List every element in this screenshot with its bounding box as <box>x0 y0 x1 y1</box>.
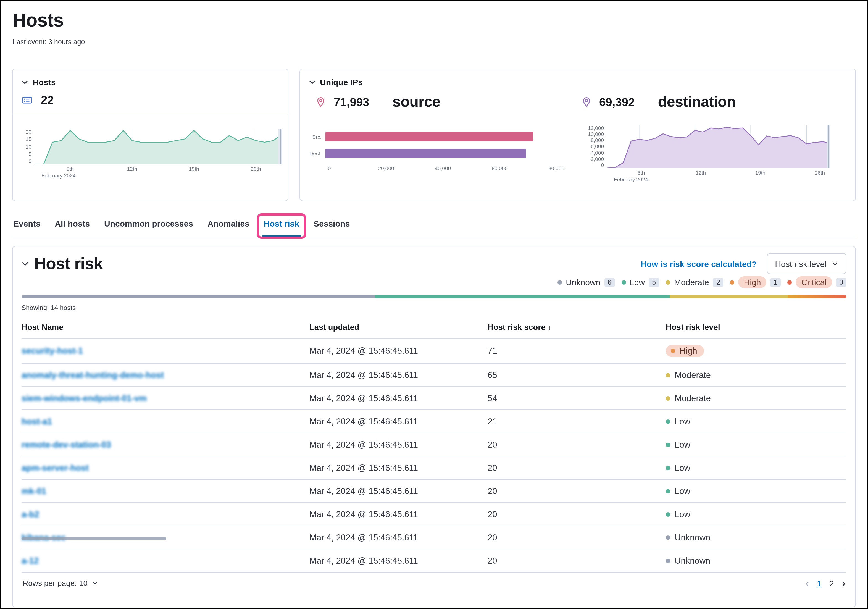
host-name-link[interactable]: remote-dev-station-03 <box>22 440 111 449</box>
host-name-link[interactable]: host-a1 <box>22 417 52 426</box>
risk-score-cell: 54 <box>488 387 666 410</box>
tabs: Events All hosts Uncommon processes Anom… <box>12 217 856 237</box>
host-name-link[interactable]: security-host-1 <box>22 346 83 355</box>
tab-host-risk[interactable]: Host risk <box>263 217 300 237</box>
host-name-link[interactable]: anomaly-threat-hunting-demo-host <box>22 370 164 380</box>
tab-sessions[interactable]: Sessions <box>312 217 351 237</box>
tab-all-hosts[interactable]: All hosts <box>54 217 91 237</box>
risk-level-badge: Low <box>666 510 690 519</box>
last-updated-cell: Mar 4, 2024 @ 15:46:45.611 <box>309 479 488 503</box>
risk-level-badge: Low <box>666 417 690 427</box>
tab-events[interactable]: Events <box>12 217 42 237</box>
host-name-link[interactable]: apm-server-host <box>22 463 89 472</box>
rows-per-page-control[interactable]: Rows per page: 10 <box>23 579 98 587</box>
host-risk-title: Host risk <box>34 254 103 273</box>
ips-bar-chart: Src. Dest. 020,00040,00060,00080,000 <box>307 125 556 182</box>
ips-panel-title: Unique IPs <box>320 77 363 87</box>
chevron-down-icon[interactable] <box>22 79 28 85</box>
risk-level-dot-icon <box>666 373 670 377</box>
horizontal-scrollbar-thumb[interactable] <box>22 537 166 540</box>
pagination: ‹ 1 2 › <box>806 578 845 589</box>
legend-dot-icon <box>621 280 626 284</box>
host-name-link[interactable]: mk-01 <box>22 486 46 496</box>
chevron-down-icon[interactable] <box>22 260 29 267</box>
risk-level-badge: Low <box>666 440 690 450</box>
tab-uncommon-processes[interactable]: Uncommon processes <box>103 217 194 237</box>
risk-level-badge: Low <box>666 463 690 473</box>
risk-level-dot-icon <box>666 420 670 424</box>
sort-descending-icon: ↓ <box>548 323 552 332</box>
last-updated-cell: Mar 4, 2024 @ 15:46:45.611 <box>309 410 488 433</box>
risk-level-badge: Low <box>666 486 690 496</box>
column-header-last-updated: Last updated <box>309 317 488 338</box>
host-name-link[interactable]: siem-windows-endpoint-01-vm <box>22 393 147 403</box>
previous-page-button[interactable]: ‹ <box>806 578 809 589</box>
risk-distribution-segment <box>22 295 375 298</box>
tab-label: Sessions <box>313 219 350 228</box>
last-updated-cell: Mar 4, 2024 @ 15:46:45.611 <box>309 526 488 549</box>
legend-count-badge: 0 <box>836 278 846 287</box>
page-1-button[interactable]: 1 <box>817 578 822 588</box>
tab-anomalies[interactable]: Anomalies <box>206 217 251 237</box>
risk-level-badge: Unknown <box>666 533 710 543</box>
risk-distribution-segment <box>788 295 846 298</box>
risk-level-badge: Unknown <box>666 556 710 566</box>
risk-legend: Unknown 6 Low 5 Moderate 2 High 1 Critic… <box>22 276 846 288</box>
risk-level-dot-icon <box>671 349 675 353</box>
hosts-area-chart: 20151050 5th12th19th26th February 2024 <box>13 115 288 178</box>
risk-level-badge: Moderate <box>666 370 711 380</box>
risk-distribution-segment <box>670 295 788 298</box>
host-risk-level-filter-button[interactable]: Host risk level <box>767 253 846 274</box>
risk-score-cell: 20 <box>488 433 666 456</box>
host-risk-table-row: host-a1 Mar 4, 2024 @ 15:46:45.611 21 Lo… <box>22 410 846 433</box>
last-updated-cell: Mar 4, 2024 @ 15:46:45.611 <box>309 549 488 572</box>
last-updated-cell: Mar 4, 2024 @ 15:46:45.611 <box>309 387 488 410</box>
ips-area-svg <box>607 125 831 168</box>
hosts-area-svg <box>35 129 282 164</box>
table-footer: Rows per page: 10 ‹ 1 2 › <box>22 573 846 594</box>
legend-count-badge: 1 <box>770 278 781 287</box>
host-name-link[interactable]: a-12 <box>22 556 39 565</box>
risk-level-dot-icon <box>666 536 670 540</box>
host-risk-table-row: anomaly-threat-hunting-demo-host Mar 4, … <box>22 363 846 387</box>
last-event-text: Last event: 3 hours ago <box>13 38 855 46</box>
risk-level-badge: High <box>666 345 704 357</box>
legend-item: High 1 <box>730 276 781 288</box>
last-updated-cell: Mar 4, 2024 @ 15:46:45.611 <box>309 433 488 456</box>
source-ip-stat: 71,993 source <box>316 93 581 110</box>
host-risk-table-row: siem-windows-endpoint-01-vm Mar 4, 2024 … <box>22 387 846 410</box>
legend-item: Low 5 <box>621 277 659 287</box>
bar-category-label: Dest. <box>307 150 326 157</box>
risk-score-help-link[interactable]: How is risk score calculated? <box>641 259 757 268</box>
chevron-down-icon[interactable] <box>309 79 316 85</box>
last-updated-cell: Mar 4, 2024 @ 15:46:45.611 <box>309 363 488 387</box>
host-name-link[interactable]: a-b2 <box>22 509 39 519</box>
risk-distribution-segment <box>375 295 670 298</box>
column-header-host-name: Host Name <box>22 317 309 338</box>
destination-pin-icon <box>581 97 592 107</box>
risk-level-dot-icon <box>666 559 670 563</box>
source-ip-count: 71,993 <box>334 95 369 108</box>
risk-score-cell: 20 <box>488 549 666 572</box>
risk-level-dot-icon <box>666 466 670 470</box>
destination-ip-count: 69,392 <box>599 95 635 108</box>
column-header-risk-level: Host risk level <box>666 317 846 338</box>
column-header-risk-score[interactable]: Host risk score↓ <box>488 317 666 338</box>
risk-level-dot-icon <box>666 512 670 517</box>
source-bar <box>326 132 533 141</box>
legend-dot-icon <box>558 280 562 284</box>
host-risk-table-row: security-host-1 Mar 4, 2024 @ 15:46:45.6… <box>22 338 846 363</box>
legend-count-badge: 2 <box>713 278 724 287</box>
host-risk-panel: Host risk How is risk score calculated? … <box>12 246 856 607</box>
host-icon <box>22 95 33 105</box>
page-2-button[interactable]: 2 <box>829 578 834 588</box>
legend-dot-icon <box>787 280 792 284</box>
legend-item: Critical 0 <box>787 276 846 288</box>
legend-count-badge: 5 <box>649 278 659 287</box>
next-page-button[interactable]: › <box>842 578 845 589</box>
hosts-kpi-panel: Hosts 22 20151050 5th12th19 <box>12 68 288 201</box>
last-updated-cell: Mar 4, 2024 @ 15:46:45.611 <box>309 338 488 363</box>
legend-dot-icon <box>730 280 735 284</box>
destination-ip-stat: 69,392 destination <box>581 93 846 110</box>
tab-label: Anomalies <box>208 219 250 228</box>
